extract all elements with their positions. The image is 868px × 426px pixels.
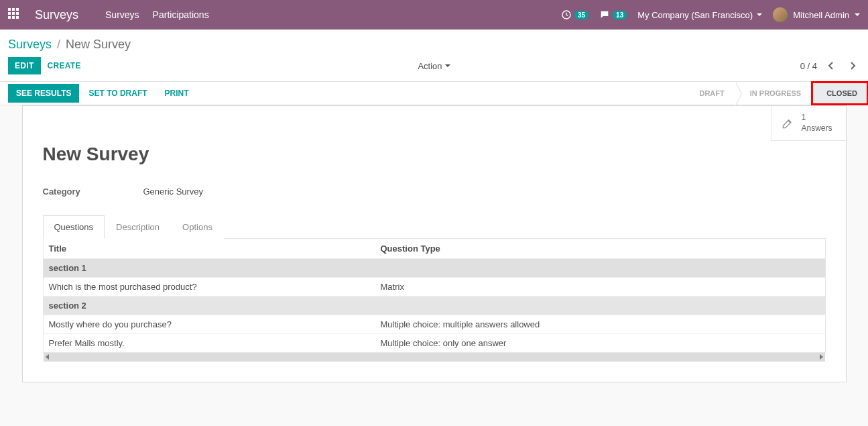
table-row[interactable]: section 2 xyxy=(44,296,825,315)
edit-button[interactable]: EDIT xyxy=(8,57,41,74)
answers-count: 1 xyxy=(801,113,832,123)
tab-questions[interactable]: Questions xyxy=(43,215,105,239)
table-row[interactable]: Mostly where do you purchase? Multiple c… xyxy=(44,315,825,333)
form-sheet: 1 Answers New Survey Category Generic Su… xyxy=(22,105,847,382)
activity-badge: 35 xyxy=(574,11,588,19)
nav-surveys[interactable]: Surveys xyxy=(105,9,139,20)
company-name: My Company (San Francisco) xyxy=(637,10,753,20)
category-label: Category xyxy=(43,187,143,197)
tab-options[interactable]: Options xyxy=(171,215,224,239)
create-button[interactable]: CREATE xyxy=(41,57,88,74)
breadcrumb-separator: / xyxy=(57,38,60,52)
activity-indicator[interactable]: 35 xyxy=(561,9,588,20)
table-row[interactable]: section 1 xyxy=(44,258,825,277)
set-to-draft-button[interactable]: SET TO DRAFT xyxy=(80,84,155,103)
app-brand: Surveys xyxy=(35,8,78,22)
breadcrumb-parent[interactable]: Surveys xyxy=(8,38,52,52)
breadcrumb-row: Surveys / New Survey xyxy=(0,30,868,57)
table-row[interactable]: Prefer Malls mostly. Multiple choice: on… xyxy=(44,333,825,352)
action-label: Action xyxy=(418,61,442,71)
edit-icon xyxy=(781,117,794,130)
top-navbar: Surveys Surveys Participations 35 13 My … xyxy=(0,0,868,30)
questions-table: Title Question Type section 1 Which is t… xyxy=(43,238,826,353)
category-field: Category Generic Survey xyxy=(43,187,826,197)
nav-participations[interactable]: Participations xyxy=(153,9,209,20)
header-type: Question Type xyxy=(381,244,820,254)
chevron-left-icon xyxy=(828,62,834,70)
row-title: section 1 xyxy=(49,263,381,273)
row-title: Which is the most purchased product? xyxy=(49,282,381,292)
pager-text: 0 / 4 xyxy=(800,61,817,71)
chevron-right-icon xyxy=(849,62,856,70)
clock-icon xyxy=(561,9,572,20)
chevron-down-icon xyxy=(445,64,450,67)
tab-description[interactable]: Description xyxy=(105,215,171,239)
category-value: Generic Survey xyxy=(143,187,204,197)
apps-icon[interactable] xyxy=(8,8,21,21)
questions-header: Title Question Type xyxy=(44,239,825,258)
status-stages: DRAFT IN PROGRESS CLOSED xyxy=(684,82,868,105)
company-selector[interactable]: My Company (San Francisco) xyxy=(637,10,762,20)
action-dropdown[interactable]: Action xyxy=(418,61,450,71)
row-title: section 2 xyxy=(49,301,381,311)
row-title: Mostly where do you purchase? xyxy=(49,319,381,329)
stage-in-progress[interactable]: IN PROGRESS xyxy=(735,82,812,105)
header-title: Title xyxy=(49,244,381,254)
table-row[interactable]: Which is the most purchased product? Mat… xyxy=(44,277,825,296)
see-results-button[interactable]: SEE RESULTS xyxy=(8,84,79,103)
user-name: Mitchell Admin xyxy=(793,10,849,20)
row-title: Prefer Malls mostly. xyxy=(49,338,381,348)
row-type: Multiple choice: only one answer xyxy=(381,338,820,348)
conversations-indicator[interactable]: 13 xyxy=(599,9,627,20)
avatar xyxy=(773,7,788,22)
user-menu[interactable]: Mitchell Admin xyxy=(773,7,860,22)
tabs: Questions Description Options xyxy=(43,215,826,239)
conversations-badge: 13 xyxy=(613,11,627,19)
row-type xyxy=(381,301,820,311)
chevron-down-icon xyxy=(757,13,762,16)
answers-stat-button[interactable]: 1 Answers xyxy=(771,106,845,141)
pager: 0 / 4 xyxy=(800,58,860,73)
nav-links: Surveys Participations xyxy=(105,9,209,20)
chevron-down-icon xyxy=(855,13,860,16)
stage-draft[interactable]: DRAFT xyxy=(684,82,735,105)
horizontal-scrollbar[interactable] xyxy=(44,353,825,362)
stage-closed[interactable]: CLOSED xyxy=(812,82,868,105)
row-type xyxy=(381,263,820,273)
chat-icon xyxy=(599,9,610,20)
control-bar: EDIT CREATE Action 0 / 4 xyxy=(0,57,868,81)
pager-next[interactable] xyxy=(845,58,860,73)
survey-title: New Survey xyxy=(43,144,826,165)
breadcrumb-current: New Survey xyxy=(66,38,131,52)
pager-prev[interactable] xyxy=(824,58,839,73)
answers-label: Answers xyxy=(801,123,832,133)
row-type: Matrix xyxy=(381,282,820,292)
print-button[interactable]: PRINT xyxy=(157,84,197,103)
breadcrumb: Surveys / New Survey xyxy=(8,38,131,52)
status-bar: SEE RESULTS SET TO DRAFT PRINT DRAFT IN … xyxy=(0,81,868,105)
answers-stat-text: 1 Answers xyxy=(801,113,832,134)
row-type: Multiple choice: multiple answers allowe… xyxy=(381,319,820,329)
